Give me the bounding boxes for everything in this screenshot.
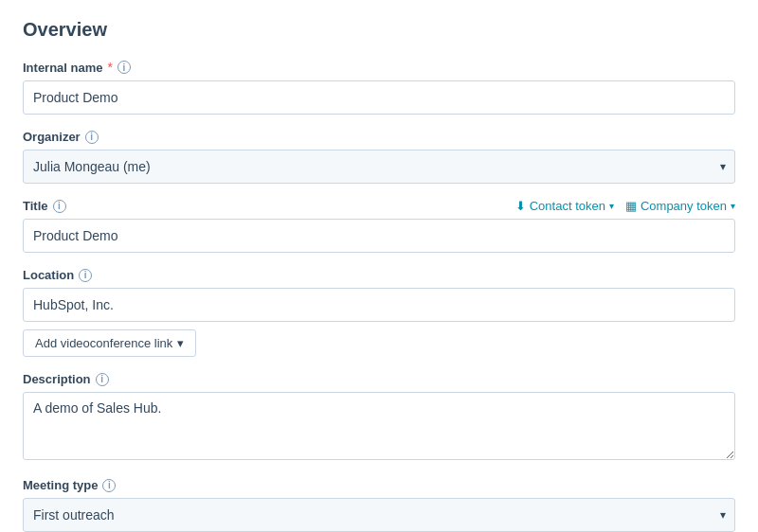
description-label-left: Description i xyxy=(23,372,109,386)
title-label: Title xyxy=(23,199,48,213)
description-label-row: Description i xyxy=(23,372,735,386)
meeting-type-select-wrapper: First outreach ▾ xyxy=(23,498,735,532)
organizer-select-wrapper: Julia Mongeau (me) ▾ xyxy=(23,150,735,184)
contact-token-icon: ⬇ xyxy=(515,199,526,213)
description-field: Description i A demo of Sales Hub. xyxy=(23,372,735,463)
location-info-icon[interactable]: i xyxy=(79,269,92,282)
meeting-type-label-row: Meeting type i xyxy=(23,478,735,492)
meeting-type-label-left: Meeting type i xyxy=(23,478,116,492)
title-label-row: Title i ⬇ Contact token ▾ ▦ Company toke… xyxy=(23,199,735,213)
internal-name-label-row: Internal name * i xyxy=(23,60,735,75)
organizer-label: Organizer xyxy=(23,130,81,144)
title-label-left: Title i xyxy=(23,199,66,213)
internal-name-label-left: Internal name * i xyxy=(23,60,131,75)
company-token-chevron-icon: ▾ xyxy=(731,201,735,211)
add-video-chevron-icon: ▾ xyxy=(177,336,184,350)
company-token-link[interactable]: ▦ Company token ▾ xyxy=(625,199,735,213)
organizer-info-icon[interactable]: i xyxy=(85,131,99,144)
description-info-icon[interactable]: i xyxy=(96,373,109,386)
add-video-label: Add videoconference link xyxy=(35,336,172,350)
token-links: ⬇ Contact token ▾ ▦ Company token ▾ xyxy=(515,199,735,213)
title-input[interactable] xyxy=(23,219,735,253)
contact-token-label: Contact token xyxy=(530,199,605,213)
internal-name-info-icon[interactable]: i xyxy=(117,61,131,74)
add-videoconference-button[interactable]: Add videoconference link ▾ xyxy=(23,329,196,357)
description-label: Description xyxy=(23,372,91,386)
title-info-icon[interactable]: i xyxy=(53,200,66,213)
location-label-left: Location i xyxy=(23,268,92,282)
location-field: Location i Add videoconference link ▾ xyxy=(23,268,735,357)
meeting-type-field: Meeting type i First outreach ▾ xyxy=(23,478,735,532)
internal-name-field: Internal name * i xyxy=(23,60,735,115)
internal-name-input[interactable] xyxy=(23,80,735,115)
location-label: Location xyxy=(23,268,74,282)
description-textarea[interactable]: A demo of Sales Hub. xyxy=(23,392,735,460)
organizer-field: Organizer i Julia Mongeau (me) ▾ xyxy=(23,130,735,184)
organizer-select[interactable]: Julia Mongeau (me) xyxy=(23,150,735,184)
internal-name-label: Internal name xyxy=(23,61,103,75)
meeting-type-label: Meeting type xyxy=(23,478,98,492)
organizer-label-row: Organizer i xyxy=(23,130,735,144)
title-field: Title i ⬇ Contact token ▾ ▦ Company toke… xyxy=(23,199,735,253)
meeting-type-select[interactable]: First outreach xyxy=(23,498,735,532)
required-star: * xyxy=(108,60,113,75)
contact-token-link[interactable]: ⬇ Contact token ▾ xyxy=(515,199,614,213)
company-token-icon: ▦ xyxy=(625,199,637,213)
contact-token-chevron-icon: ▾ xyxy=(609,201,614,211)
page-title: Overview xyxy=(23,19,735,41)
meeting-type-info-icon[interactable]: i xyxy=(102,479,116,492)
organizer-label-left: Organizer i xyxy=(23,130,99,144)
location-input[interactable] xyxy=(23,288,735,322)
company-token-label: Company token xyxy=(641,199,727,213)
location-label-row: Location i xyxy=(23,268,735,282)
